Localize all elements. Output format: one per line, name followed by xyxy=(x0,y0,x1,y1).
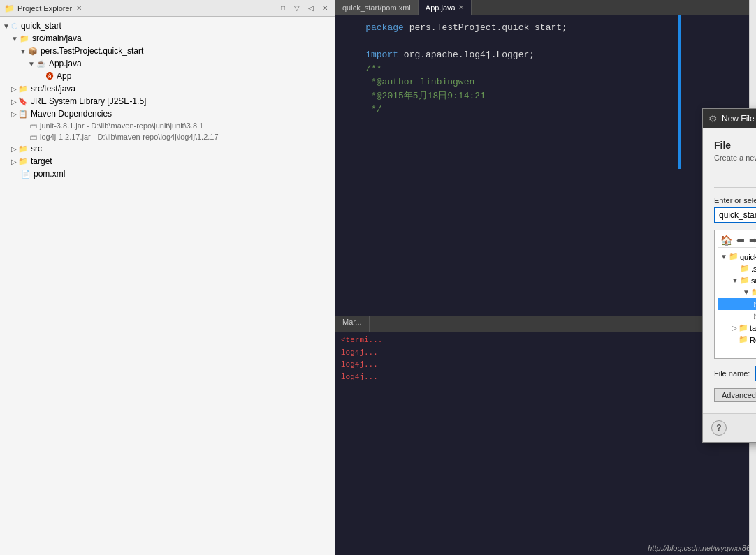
tab-appjava[interactable]: App.java ✕ xyxy=(419,0,472,15)
folder-icon: 📁 xyxy=(20,34,29,43)
tree-label: pom.xml xyxy=(34,169,65,179)
new-file-dialog: ⚙ New File − □ ✕ File Create a new file … xyxy=(702,108,756,443)
minimize-button[interactable]: − xyxy=(263,3,275,14)
tree-label: App xyxy=(57,71,71,81)
tree-item-src[interactable]: ▷ 📁 src xyxy=(0,142,335,155)
bottom-tab-label: Mar... xyxy=(342,318,362,326)
folder-icon: 📁 xyxy=(18,84,28,94)
tree-item-src-main-java[interactable]: ▼ 📁 src/main/java xyxy=(0,32,335,45)
tree-home-button[interactable]: 🏠 xyxy=(720,235,732,246)
tree-item-log4j-jar[interactable]: ▷ 🗃 log4j-1.2.17.jar - D:\lib\maven-repo… xyxy=(0,131,335,142)
tree-item-app-class[interactable]: ▷ 🅐 App xyxy=(0,70,335,82)
dialog-body: File Create a new file resource. 📄 Enter… xyxy=(703,128,756,413)
folder-tree[interactable]: 🏠 ⬅ ➡ ▼ 📁 quick_start ▼ 📁 .settings xyxy=(714,230,756,359)
panel-title-text: Project Explorer xyxy=(17,4,72,13)
folder-input[interactable] xyxy=(714,207,756,223)
advanced-button[interactable]: Advanced >> xyxy=(714,388,756,402)
tree-item-package[interactable]: ▼ 📦 pers.TestProject.quick_start xyxy=(0,45,335,57)
close-panel-button[interactable]: ✕ xyxy=(319,3,330,14)
dialog-section-desc: Create a new file resource. xyxy=(714,154,756,162)
watermark: http://blog.csdn.net/wyqwxx86 xyxy=(648,544,750,552)
dialog-separator xyxy=(714,187,756,188)
code-line: package pers.TestProject.quick_start; xyxy=(344,21,748,35)
maven-icon: 📋 xyxy=(18,110,28,119)
folder-icon: 📁 xyxy=(740,276,750,285)
tree-item-junit-jar[interactable]: ▷ 🗃 junit-3.8.1.jar - D:\lib\maven-repo\… xyxy=(0,120,335,131)
tree-label: JRE System Library [J2SE-1.5] xyxy=(31,96,146,106)
folder-icon: 📁 xyxy=(739,323,748,332)
code-editor[interactable]: package pers.TestProject.quick_start; im… xyxy=(335,15,756,316)
tree-label: pers.TestProject.quick_start xyxy=(41,46,143,56)
filename-row: File name: xyxy=(714,366,756,381)
panel-header: 📁 Project Explorer ✕ − □ ▽ ◁ ✕ xyxy=(0,0,335,17)
tab-pomxml[interactable]: quick_start/pom.xml xyxy=(335,0,419,15)
tab-label: App.java xyxy=(426,3,456,12)
tree-item-src-test[interactable]: ▷ 📁 src/test/java xyxy=(0,82,335,95)
dialog-title-text: New File xyxy=(722,114,755,124)
tree-label: src/main/java xyxy=(32,34,82,43)
jar-icon: 🗃 xyxy=(29,121,37,130)
code-line xyxy=(344,35,748,49)
dialog-tree-item-test[interactable]: ▷ 📁 test xyxy=(718,310,756,322)
tree-item-pomxml[interactable]: ▷ 📄 pom.xml xyxy=(0,168,335,180)
javafile-icon: ☕ xyxy=(36,59,46,68)
folder-icon: 📁 xyxy=(739,335,748,344)
dialog-section-header: File Create a new file resource. 📄 xyxy=(714,140,756,179)
panel-title: 📁 Project Explorer ✕ xyxy=(4,3,82,13)
dialog-titlebar: ⚙ New File − □ ✕ xyxy=(703,109,756,128)
dialog-tree-item-main[interactable]: ▼ 📁 main xyxy=(718,286,756,298)
dialog-tree-item-target[interactable]: ▷ 📁 target xyxy=(718,322,756,334)
tree-back-button[interactable]: ⬅ xyxy=(736,235,745,246)
project-explorer-panel: 📁 Project Explorer ✕ − □ ▽ ◁ ✕ ▼ ⬡ quick… xyxy=(0,0,335,555)
folder-icon: 📁 xyxy=(18,157,28,166)
tree-forward-button[interactable]: ➡ xyxy=(749,235,756,246)
dialog-tree-item-java[interactable]: ▷ 📁 java xyxy=(718,298,756,310)
tree-item-maven-deps[interactable]: ▷ 📋 Maven Dependencies xyxy=(0,108,335,120)
tree-label: src/test/java xyxy=(31,84,75,94)
dialog-tree-item-quickstart[interactable]: ▼ 📁 quick_start xyxy=(718,251,756,262)
arrow-left-button[interactable]: ◁ xyxy=(305,3,317,14)
dialog-title-icon: ⚙ xyxy=(708,113,718,124)
help-button[interactable]: ? xyxy=(711,420,727,436)
tree-item-appjava[interactable]: ▼ ☕ App.java xyxy=(0,57,335,70)
dialog-title-left: ⚙ New File xyxy=(708,113,755,124)
tab-close-icon[interactable]: ✕ xyxy=(458,3,464,11)
close-icon: ✕ xyxy=(76,4,82,12)
dialog-section-info: File Create a new file resource. xyxy=(714,140,756,162)
footer-left: ? xyxy=(711,420,727,436)
tree-label: junit-3.8.1.jar - D:\lib\maven-repo\juni… xyxy=(40,121,203,130)
tree-item-jre[interactable]: ▷ 🔖 JRE System Library [J2SE-1.5] xyxy=(0,95,335,108)
tree-label: log4j-1.2.17.jar - D:\lib\maven-repo\log… xyxy=(40,133,219,141)
dialog-tree-item-remote[interactable]: ▷ 📁 RemoteSystemsTempFiles xyxy=(718,334,756,346)
xml-icon: 📄 xyxy=(21,170,31,179)
tree-item-target[interactable]: ▷ 📁 target xyxy=(0,155,335,168)
folder-icon: 📁 xyxy=(751,288,756,297)
bottom-tab-markers[interactable]: Mar... xyxy=(335,316,370,332)
maximize-button[interactable]: □ xyxy=(277,3,289,14)
tree-item-quick-start[interactable]: ▼ ⬡ quick_start xyxy=(0,20,335,32)
dialog-tree-item-src[interactable]: ▼ 📁 src xyxy=(718,274,756,286)
code-line: /** xyxy=(344,62,748,76)
code-line: */ xyxy=(344,103,748,117)
dialog-tree-item-settings[interactable]: ▼ 📁 .settings xyxy=(718,262,756,274)
panel-actions: − □ ▽ ◁ ✕ xyxy=(263,3,330,14)
tree-label: App.java xyxy=(49,59,82,68)
project-icon: ⬡ xyxy=(11,22,18,31)
bottom-content: <termi... log4j... log4j... log4j... xyxy=(335,332,756,386)
bottom-panel: Mar... <termi... log4j... log4j... log4j… xyxy=(335,316,756,406)
tree-item-label: target xyxy=(750,324,756,332)
code-line: *@2015年5月18日9:14:21 xyxy=(344,89,748,103)
project-icon: 📁 xyxy=(4,3,15,13)
tree-label: target xyxy=(31,156,52,166)
folder-icon: 📁 xyxy=(740,264,750,273)
code-line: import org.apache.log4j.Logger; xyxy=(344,48,748,62)
folder-icon: 📁 xyxy=(729,252,739,261)
jre-icon: 🔖 xyxy=(18,97,28,106)
dialog-footer: ? < Back Next > Finish Cancel xyxy=(703,413,756,442)
filename-label: File name: xyxy=(714,369,750,378)
bottom-line: log4j... xyxy=(341,371,750,384)
bottom-line: <termi... xyxy=(341,334,750,347)
bottom-line: log4j... xyxy=(341,347,750,360)
menu-button[interactable]: ▽ xyxy=(291,3,303,14)
project-tree[interactable]: ▼ ⬡ quick_start ▼ 📁 src/main/java ▼ 📦 pe… xyxy=(0,17,335,555)
